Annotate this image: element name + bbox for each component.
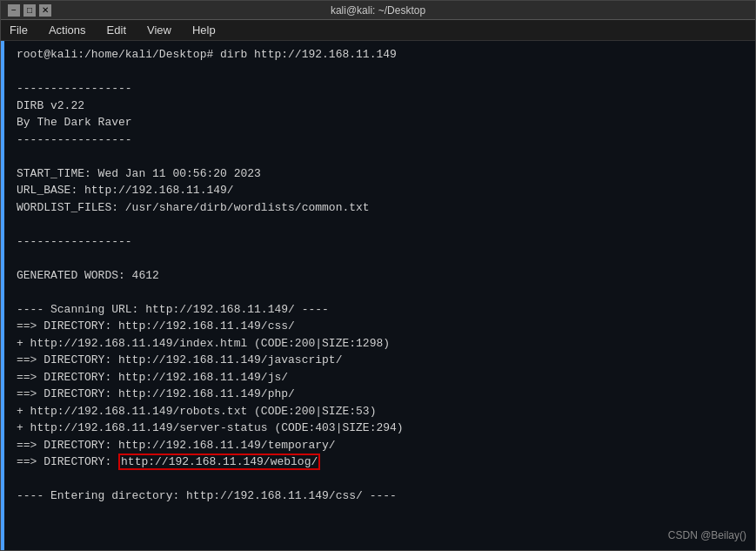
maximize-button[interactable]: □ bbox=[23, 4, 36, 17]
separator-3: ----------------- bbox=[17, 235, 132, 248]
separator-1: ----------------- bbox=[17, 82, 132, 95]
menu-bar: File Actions Edit View Help bbox=[1, 20, 755, 41]
terminal-body[interactable]: root@kali:/home/kali/Desktop# dirb http:… bbox=[1, 41, 755, 550]
minimize-button[interactable]: − bbox=[8, 4, 20, 17]
wordlist-files: WORDLIST_FILES: /usr/share/dirb/wordlist… bbox=[17, 201, 370, 214]
dir-css: ==> DIRECTORY: http://192.168.11.149/css… bbox=[17, 319, 295, 333]
dirb-author: By The Dark Raver bbox=[17, 116, 132, 129]
start-time: START_TIME: Wed Jan 11 00:56:20 2023 bbox=[17, 167, 261, 180]
file-server-status: + http://192.168.11.149/server-status (C… bbox=[17, 421, 404, 434]
file-robots: + http://192.168.11.149/robots.txt (CODE… bbox=[17, 405, 376, 418]
dir-javascript: ==> DIRECTORY: http://192.168.11.149/jav… bbox=[17, 353, 342, 366]
terminal-output: root@kali:/home/kali/Desktop# dirb http:… bbox=[17, 46, 746, 505]
menu-help[interactable]: Help bbox=[189, 22, 219, 38]
entering-css: ---- Entering directory: http://192.168.… bbox=[17, 489, 397, 502]
menu-view[interactable]: View bbox=[144, 22, 175, 38]
menu-edit[interactable]: Edit bbox=[104, 22, 130, 38]
dir-php: ==> DIRECTORY: http://192.168.11.149/php… bbox=[17, 387, 295, 400]
dir-weblog-line: ==> DIRECTORY: http://192.168.11.149/web… bbox=[17, 454, 320, 470]
blank-line-2 bbox=[17, 150, 23, 163]
terminal-window: − □ ✕ kali@kali: ~/Desktop File Actions … bbox=[0, 0, 756, 551]
blank-line-4 bbox=[17, 252, 23, 265]
menu-actions[interactable]: Actions bbox=[45, 22, 90, 38]
blank-line-1 bbox=[17, 65, 23, 78]
url-base: URL_BASE: http://192.168.11.149/ bbox=[17, 184, 234, 197]
generated-words: GENERATED WORDS: 4612 bbox=[17, 269, 159, 282]
file-index: + http://192.168.11.149/index.html (CODE… bbox=[17, 337, 390, 350]
menu-file[interactable]: File bbox=[6, 22, 31, 38]
blank-line-5 bbox=[17, 286, 23, 299]
scanning-url: ---- Scanning URL: http://192.168.11.149… bbox=[17, 303, 329, 316]
prompt-line: root@kali:/home/kali/Desktop# dirb http:… bbox=[17, 48, 397, 61]
highlighted-weblog-url: http://192.168.11.149/weblog/ bbox=[118, 454, 320, 470]
close-button[interactable]: ✕ bbox=[39, 4, 51, 17]
window-title: kali@kali: ~/Desktop bbox=[60, 4, 696, 17]
left-accent-border bbox=[1, 41, 4, 550]
blank-line-3 bbox=[17, 218, 23, 231]
dir-js: ==> DIRECTORY: http://192.168.11.149/js/ bbox=[17, 371, 288, 384]
title-bar: − □ ✕ kali@kali: ~/Desktop bbox=[1, 1, 755, 20]
watermark: CSDN @Beilay() bbox=[668, 529, 746, 541]
dirb-version: DIRB v2.22 bbox=[17, 99, 84, 112]
terminal-content-wrapper: root@kali:/home/kali/Desktop# dirb http:… bbox=[10, 46, 746, 505]
dir-temporary: ==> DIRECTORY: http://192.168.11.149/tem… bbox=[17, 439, 336, 452]
blank-line-6 bbox=[17, 473, 23, 486]
separator-2: ----------------- bbox=[17, 133, 132, 146]
